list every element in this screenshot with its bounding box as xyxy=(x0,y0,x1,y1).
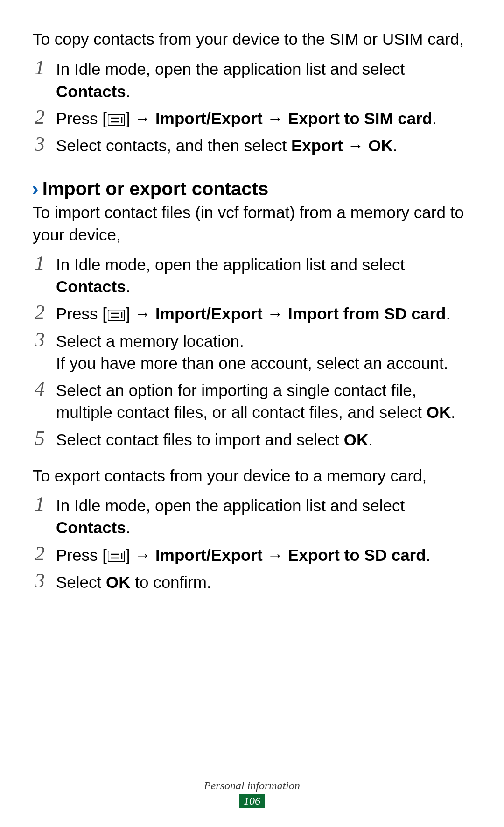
list-item: 3 Select contacts, and then select Expor… xyxy=(33,133,471,156)
ok-label: OK xyxy=(344,431,369,449)
list-item: 1 In Idle mode, open the application lis… xyxy=(33,252,471,298)
step-list-copy-to-sim: 1 In Idle mode, open the application lis… xyxy=(33,57,471,156)
step-body: Press [] → Import/Export → Export to SD … xyxy=(56,543,471,566)
page-content: To copy contacts from your device to the… xyxy=(33,28,471,593)
step-text: ] → xyxy=(126,546,155,564)
import-export-label: Import/Export xyxy=(155,304,262,323)
list-item: 4 Select an option for importing a singl… xyxy=(33,378,471,424)
step-body: Select contacts, and then select Export … xyxy=(56,133,471,156)
step-text: Press [ xyxy=(56,109,107,127)
step-text: → xyxy=(263,109,288,127)
page-footer: Personal information 106 xyxy=(0,779,504,808)
step-number: 3 xyxy=(33,570,56,592)
step-number: 1 xyxy=(33,57,56,79)
step-list-import: 1 In Idle mode, open the application lis… xyxy=(33,252,471,451)
contacts-label: Contacts xyxy=(56,518,126,537)
step-text: Select a memory location. xyxy=(56,330,471,352)
step-body: In Idle mode, open the application list … xyxy=(56,493,471,539)
list-item: 1 In Idle mode, open the application lis… xyxy=(33,57,471,102)
step-text: Select contacts, and then select xyxy=(56,136,291,155)
step-text: Select contact files to import and selec… xyxy=(56,431,344,449)
ok-label: OK xyxy=(427,403,451,421)
step-body: Press [] → Import/Export → Import from S… xyxy=(56,301,471,325)
step-text: Select xyxy=(56,573,106,591)
step-body: Press [] → Import/Export → Export to SIM… xyxy=(56,106,471,129)
step-number: 1 xyxy=(33,252,56,275)
list-item: 3 Select a memory location. If you have … xyxy=(33,329,471,375)
step-number: 2 xyxy=(33,301,56,324)
step-text: . xyxy=(126,82,131,100)
step-text: In Idle mode, open the application list … xyxy=(56,60,405,78)
step-body: In Idle mode, open the application list … xyxy=(56,252,471,298)
step-text: In Idle mode, open the application list … xyxy=(56,255,405,274)
step-text: . xyxy=(446,304,450,323)
step-text: Press [ xyxy=(56,546,107,564)
list-item: 2 Press [] → Import/Export → Import from… xyxy=(33,301,471,325)
step-text: . xyxy=(432,109,437,127)
step-body: Select contact files to import and selec… xyxy=(56,427,471,451)
step-number: 1 xyxy=(33,493,56,516)
step-body: In Idle mode, open the application list … xyxy=(56,57,471,102)
menu-icon xyxy=(108,114,125,126)
step-body: Select a memory location. If you have mo… xyxy=(56,329,471,375)
import-from-sd-label: Import from SD card xyxy=(288,304,446,323)
import-export-label: Import/Export xyxy=(155,109,262,127)
heading-text: Import or export contacts xyxy=(42,176,269,201)
step-text: ] → xyxy=(126,109,155,127)
import-export-label: Import/Export xyxy=(155,546,262,564)
contacts-label: Contacts xyxy=(56,82,126,100)
list-item: 5 Select contact files to import and sel… xyxy=(33,427,471,451)
ok-label: OK xyxy=(106,573,131,591)
step-text: . xyxy=(126,277,131,296)
step-text: → xyxy=(343,136,368,155)
list-item: 2 Press [] → Import/Export → Export to S… xyxy=(33,106,471,129)
step-text: . xyxy=(368,431,373,449)
menu-icon xyxy=(108,310,125,321)
export-to-sd-label: Export to SD card xyxy=(288,546,426,564)
step-text: Press [ xyxy=(56,304,107,323)
step-text: → xyxy=(263,546,288,564)
intro-paragraph-import: To import contact files (in vcf format) … xyxy=(33,201,471,246)
intro-paragraph-copy-to-sim: To copy contacts from your device to the… xyxy=(33,28,471,50)
list-item: 3 Select OK to confirm. xyxy=(33,570,471,593)
step-text: . xyxy=(393,136,398,155)
page-number: 106 xyxy=(239,794,265,808)
step-text: . xyxy=(426,546,431,564)
step-text: . xyxy=(451,403,455,421)
export-to-sim-label: Export to SIM card xyxy=(288,109,432,127)
menu-icon xyxy=(108,551,125,562)
step-body: Select an option for importing a single … xyxy=(56,378,471,424)
step-number: 4 xyxy=(33,378,56,400)
list-item: 1 In Idle mode, open the application lis… xyxy=(33,493,471,539)
step-text: ] → xyxy=(126,304,155,323)
chevron-right-icon: › xyxy=(32,178,39,199)
step-text: In Idle mode, open the application list … xyxy=(56,496,405,515)
step-text: to confirm. xyxy=(131,573,211,591)
step-text: Select an option for importing a single … xyxy=(56,381,427,421)
section-heading-import-export: › Import or export contacts xyxy=(33,176,471,201)
contacts-label: Contacts xyxy=(56,277,126,296)
step-number: 3 xyxy=(33,329,56,351)
step-text: → xyxy=(263,304,288,323)
step-number: 3 xyxy=(33,133,56,156)
step-number: 5 xyxy=(33,427,56,450)
step-list-export: 1 In Idle mode, open the application lis… xyxy=(33,493,471,593)
step-number: 2 xyxy=(33,106,56,128)
intro-paragraph-export: To export contacts from your device to a… xyxy=(33,465,471,487)
export-label: Export xyxy=(291,136,343,155)
footer-section-label: Personal information xyxy=(0,779,504,792)
ok-label: OK xyxy=(368,136,393,155)
step-body: Select OK to confirm. xyxy=(56,570,471,593)
step-text: If you have more than one account, selec… xyxy=(56,352,471,374)
step-number: 2 xyxy=(33,543,56,565)
list-item: 2 Press [] → Import/Export → Export to S… xyxy=(33,543,471,566)
step-text: . xyxy=(126,518,131,537)
